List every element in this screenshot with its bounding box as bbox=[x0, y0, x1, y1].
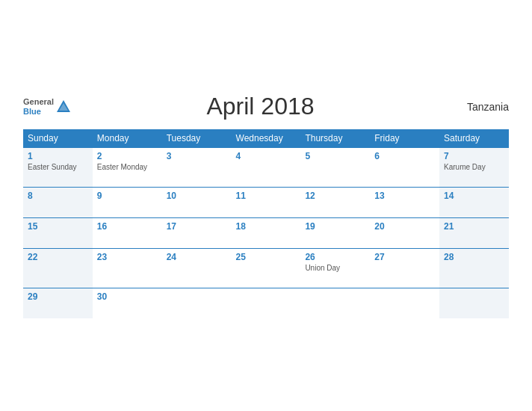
day-number: 17 bbox=[167, 221, 227, 232]
day-number: 3 bbox=[167, 151, 227, 161]
day-number: 4 bbox=[236, 151, 297, 161]
day-number: 7 bbox=[444, 151, 504, 161]
calendar-cell: 23 bbox=[93, 249, 162, 288]
day-number: 16 bbox=[97, 221, 158, 232]
calendar-cell bbox=[232, 288, 301, 319]
weekday-header-sunday: Sunday bbox=[23, 129, 93, 148]
day-number: 13 bbox=[374, 191, 435, 201]
calendar-thead: SundayMondayTuesdayWednesdayThursdayFrid… bbox=[23, 129, 509, 148]
day-number: 21 bbox=[444, 221, 504, 232]
calendar-cell: 13 bbox=[370, 188, 439, 218]
day-number: 14 bbox=[444, 191, 504, 201]
week-row-3: 15161718192021 bbox=[23, 218, 509, 249]
holiday-label: Union Day bbox=[305, 264, 365, 273]
calendar-cell: 18 bbox=[232, 218, 301, 249]
calendar-cell: 2Easter Monday bbox=[93, 148, 162, 188]
day-number: 30 bbox=[97, 291, 158, 302]
weekday-header-tuesday: Tuesday bbox=[162, 129, 232, 148]
weekday-header-friday: Friday bbox=[370, 129, 439, 148]
week-row-2: 891011121314 bbox=[23, 188, 509, 218]
week-row-5: 2930 bbox=[23, 288, 509, 319]
day-number: 5 bbox=[305, 151, 365, 161]
calendar-cell bbox=[439, 288, 509, 319]
calendar-cell: 8 bbox=[23, 188, 93, 218]
day-number: 24 bbox=[167, 252, 227, 262]
day-number: 20 bbox=[374, 221, 435, 232]
calendar-cell: 10 bbox=[162, 188, 232, 218]
weekday-header-wednesday: Wednesday bbox=[232, 129, 301, 148]
calendar-cell: 5 bbox=[300, 148, 370, 188]
day-number: 23 bbox=[97, 252, 158, 262]
calendar-cell: 22 bbox=[23, 249, 93, 288]
holiday-label: Easter Sunday bbox=[28, 163, 88, 172]
weekday-header-thursday: Thursday bbox=[300, 129, 370, 148]
calendar-cell bbox=[370, 288, 439, 319]
day-number: 12 bbox=[305, 191, 365, 201]
calendar-cell: 12 bbox=[300, 188, 370, 218]
weekday-header-saturday: Saturday bbox=[439, 129, 509, 148]
day-number: 19 bbox=[305, 221, 365, 232]
holiday-label: Easter Monday bbox=[97, 163, 158, 172]
calendar-body: 1Easter Sunday2Easter Monday34567Karume … bbox=[23, 148, 509, 319]
calendar-cell: 19 bbox=[300, 218, 370, 249]
calendar-cell: 29 bbox=[23, 288, 93, 319]
day-number: 29 bbox=[28, 291, 88, 302]
holiday-label: Karume Day bbox=[444, 163, 504, 172]
calendar-header: General Blue April 2018 Tanzania bbox=[23, 93, 509, 120]
day-number: 11 bbox=[236, 191, 297, 201]
logo-text: General Blue bbox=[23, 97, 54, 115]
calendar-cell: 9 bbox=[93, 188, 162, 218]
logo-icon bbox=[55, 99, 72, 115]
calendar-cell: 3 bbox=[162, 148, 232, 188]
calendar-cell: 1Easter Sunday bbox=[23, 148, 93, 188]
calendar-cell bbox=[300, 288, 370, 319]
day-number: 10 bbox=[167, 191, 227, 201]
calendar-cell: 14 bbox=[439, 188, 509, 218]
weekday-header-monday: Monday bbox=[93, 129, 162, 148]
logo-blue-text: Blue bbox=[23, 107, 54, 116]
calendar-cell: 16 bbox=[93, 218, 162, 249]
calendar-cell: 4 bbox=[232, 148, 301, 188]
calendar-cell: 21 bbox=[439, 218, 509, 249]
day-number: 28 bbox=[444, 252, 504, 262]
calendar-cell: 15 bbox=[23, 218, 93, 249]
calendar-cell bbox=[162, 288, 232, 319]
logo-general-text: General bbox=[23, 97, 54, 106]
calendar-cell: 20 bbox=[370, 218, 439, 249]
calendar-cell: 24 bbox=[162, 249, 232, 288]
week-row-1: 1Easter Sunday2Easter Monday34567Karume … bbox=[23, 148, 509, 188]
day-number: 27 bbox=[374, 252, 435, 262]
calendar-cell: 26Union Day bbox=[300, 249, 370, 288]
calendar-cell: 27 bbox=[370, 249, 439, 288]
calendar-cell: 7Karume Day bbox=[439, 148, 509, 188]
calendar-table: SundayMondayTuesdayWednesdayThursdayFrid… bbox=[23, 129, 509, 318]
week-row-4: 2223242526Union Day2728 bbox=[23, 249, 509, 288]
day-number: 25 bbox=[236, 252, 297, 262]
day-number: 6 bbox=[374, 151, 435, 161]
day-number: 8 bbox=[28, 191, 88, 201]
calendar-cell: 11 bbox=[232, 188, 301, 218]
day-number: 26 bbox=[305, 252, 365, 262]
weekday-header-row: SundayMondayTuesdayWednesdayThursdayFrid… bbox=[23, 129, 509, 148]
day-number: 15 bbox=[28, 221, 88, 232]
calendar-cell: 30 bbox=[93, 288, 162, 319]
day-number: 22 bbox=[28, 252, 88, 262]
calendar-container: General Blue April 2018 Tanzania SundayM… bbox=[8, 81, 524, 330]
calendar-cell: 28 bbox=[439, 249, 509, 288]
logo: General Blue bbox=[23, 97, 72, 115]
day-number: 9 bbox=[97, 191, 158, 201]
day-number: 18 bbox=[236, 221, 297, 232]
calendar-title: April 2018 bbox=[72, 93, 449, 120]
day-number: 1 bbox=[28, 151, 88, 161]
calendar-cell: 6 bbox=[370, 148, 439, 188]
calendar-cell: 17 bbox=[162, 218, 232, 249]
calendar-cell: 25 bbox=[232, 249, 301, 288]
day-number: 2 bbox=[97, 151, 158, 161]
calendar-country: Tanzania bbox=[449, 101, 509, 113]
